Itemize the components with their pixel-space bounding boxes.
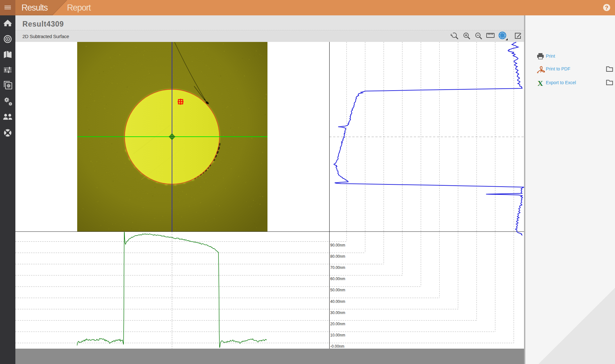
svg-text:80.00nm: 80.00nm bbox=[330, 254, 345, 259]
svg-text:50.00nm: 50.00nm bbox=[330, 288, 345, 292]
svg-text:60.00nm: 60.00nm bbox=[330, 277, 345, 281]
svg-text:Print: Print bbox=[546, 53, 555, 59]
svg-text:?: ? bbox=[605, 5, 608, 11]
svg-text:40.00nm: 40.00nm bbox=[330, 299, 345, 304]
svg-text:10.00nm: 10.00nm bbox=[330, 333, 345, 337]
svg-text:X: X bbox=[537, 79, 543, 87]
svg-text:Print to PDF: Print to PDF bbox=[546, 66, 570, 71]
svg-text:-0.00nm: -0.00nm bbox=[330, 344, 344, 349]
svg-text:90.00nm: 90.00nm bbox=[330, 243, 345, 247]
svg-text:70.00nm: 70.00nm bbox=[330, 265, 345, 270]
svg-text:Export to Excel: Export to Excel bbox=[546, 80, 576, 85]
svg-text:30.00nm: 30.00nm bbox=[330, 311, 345, 315]
svg-text:20.00nm: 20.00nm bbox=[330, 322, 345, 326]
